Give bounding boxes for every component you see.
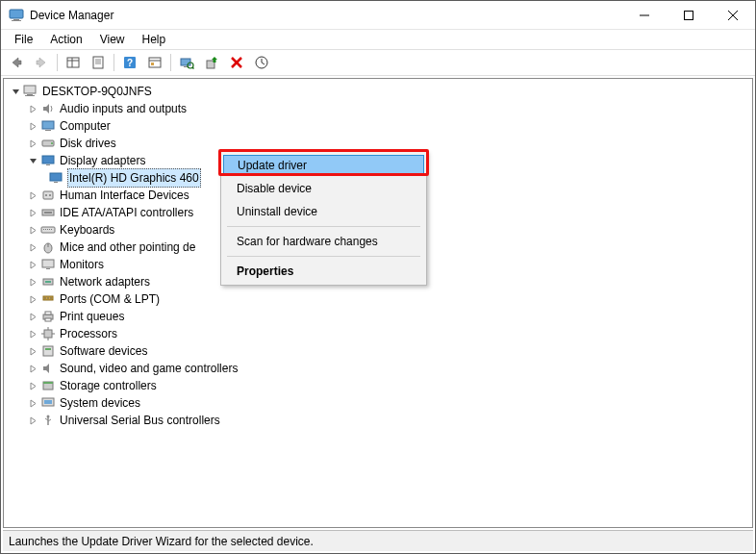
toolbar-properties-button[interactable] [87,52,110,73]
svg-rect-60 [45,312,51,315]
toolbar-back-button[interactable] [5,52,28,73]
tree-label: Print queues [60,308,124,325]
chevron-right-icon[interactable] [27,293,38,305]
chevron-right-icon[interactable] [27,241,38,253]
display-icon [40,153,56,168]
tree-root[interactable]: DESKTOP-9Q0JNFS [8,83,752,100]
tree-label: Processors [60,325,117,342]
tree-category-processors[interactable]: Processors [8,325,752,342]
chevron-right-icon[interactable] [27,397,38,409]
toolbar-enable-button[interactable] [250,52,273,73]
chevron-right-icon[interactable] [27,415,38,426]
chevron-right-icon[interactable] [27,328,38,340]
tree-label: IDE ATA/ATAPI controllers [60,204,193,221]
menu-help[interactable]: Help [135,32,174,47]
tree-category-sound[interactable]: Sound, video and game controllers [8,360,752,377]
tree-category-ports[interactable]: Ports (COM & LPT) [8,290,752,308]
tree-label: Computer [60,117,111,135]
device-manager-window: Device Manager File Action View Help [0,0,756,554]
ctx-label: Scan for hardware changes [237,235,378,248]
tree-category-system[interactable]: System devices [8,394,752,412]
svg-rect-16 [149,58,161,67]
maximize-button[interactable] [667,1,711,30]
tree-category-usb[interactable]: Universal Serial Bus controllers [8,412,752,429]
tree-category-software[interactable]: Software devices [8,342,752,360]
chevron-right-icon[interactable] [27,345,38,357]
chevron-right-icon[interactable] [27,207,38,218]
tree-label: Sound, video and game controllers [60,360,238,377]
svg-rect-44 [43,229,44,230]
tree-label: Storage controllers [60,377,157,394]
chevron-right-icon[interactable] [27,138,38,149]
chevron-right-icon[interactable] [27,311,38,322]
svg-rect-20 [184,66,188,67]
toolbar-scan-hardware-button[interactable] [175,52,198,73]
tree-category-printers[interactable]: Print queues [8,308,752,325]
display-icon [48,170,63,186]
toolbar-update-driver-button[interactable] [200,52,223,73]
chevron-right-icon[interactable] [27,363,38,374]
ctx-separator [227,226,420,227]
tree-category-audio[interactable]: Audio inputs and outputs [8,100,752,117]
computer-icon [23,84,38,99]
monitor-icon [40,257,56,272]
svg-rect-36 [50,173,62,181]
close-button[interactable] [711,1,755,30]
menu-view[interactable]: View [92,32,133,47]
ide-icon [40,205,56,220]
usb-icon [40,413,56,428]
svg-rect-68 [45,348,51,350]
sound-icon [40,361,56,376]
ctx-uninstall-device[interactable]: Uninstall device [223,200,424,223]
chevron-right-icon[interactable] [27,103,38,114]
svg-rect-70 [43,382,53,384]
svg-rect-46 [47,229,48,230]
ctx-separator [227,256,420,257]
tree-category-computer[interactable]: Computer [8,117,752,135]
tree-label: Disk drives [60,135,116,152]
toolbar-forward-button[interactable] [30,52,53,73]
chevron-down-icon[interactable] [10,86,21,97]
ctx-disable-device[interactable]: Disable device [223,177,424,200]
ctx-update-driver[interactable]: Update driver [223,155,424,176]
tree-category-storage[interactable]: Storage controllers [8,377,752,394]
chevron-right-icon[interactable] [27,259,38,270]
toolbar-uninstall-button[interactable] [225,52,248,73]
chevron-right-icon[interactable] [27,224,38,236]
chevron-right-icon[interactable] [27,189,38,201]
svg-rect-19 [181,59,190,65]
storage-icon [40,378,56,393]
menu-file[interactable]: File [7,32,40,47]
statusbar: Launches the Update Driver Wizard for th… [3,530,753,551]
menubar: File Action View Help [1,30,755,49]
toolbar-show-hidden-button[interactable] [62,52,85,73]
svg-text:?: ? [127,58,133,68]
menu-action[interactable]: Action [42,32,89,47]
ctx-scan-hardware[interactable]: Scan for hardware changes [223,230,424,253]
toolbar-options-button[interactable] [143,52,166,73]
svg-rect-7 [67,58,79,67]
chevron-right-icon[interactable] [27,380,38,391]
ctx-properties[interactable]: Properties [223,260,424,283]
chevron-right-icon[interactable] [27,120,38,132]
svg-rect-29 [25,95,35,96]
tree-label: Human Interface Devices [60,187,189,204]
toolbar-help-button[interactable]: ? [118,52,141,73]
svg-rect-34 [42,156,54,164]
computer-icon [40,118,56,134]
minimize-button[interactable] [622,1,667,30]
audio-icon [40,101,56,116]
ctx-label: Update driver [238,159,307,172]
disk-icon [40,136,56,151]
network-icon [40,274,56,290]
chevron-down-icon[interactable] [27,155,38,166]
printer-icon [40,309,56,324]
toolbar-separator [57,54,58,71]
svg-rect-51 [42,260,54,267]
tree-category-disk[interactable]: Disk drives [8,135,752,152]
titlebar: Device Manager [1,1,755,30]
svg-rect-54 [45,281,51,283]
chevron-right-icon[interactable] [27,276,38,288]
device-tree-panel: DESKTOP-9Q0JNFS Audio inputs and outputs… [3,78,753,528]
tree-label: System devices [60,394,140,412]
